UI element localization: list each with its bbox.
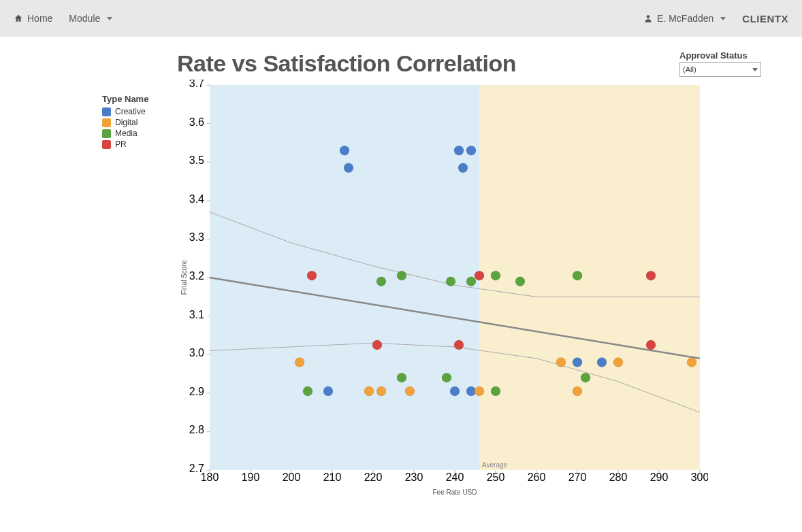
nav-module-label: Module	[69, 13, 100, 24]
legend-item[interactable]: Media	[102, 129, 163, 138]
topbar-right: E. McFadden CLIENTX	[643, 13, 788, 24]
topbar: Home Module E. McFadden CLIENTX	[0, 0, 802, 37]
legend-swatch	[102, 140, 111, 149]
topbar-left: Home Module	[14, 13, 112, 24]
chart: 2.72.82.93.03.13.23.33.43.53.63.71801902…	[177, 80, 761, 501]
chevron-down-icon	[752, 68, 758, 71]
data-point[interactable]	[458, 163, 468, 173]
x-tick-label: 260	[528, 471, 546, 483]
legend-item[interactable]: Digital	[102, 118, 163, 127]
x-tick-label: 180	[201, 471, 219, 483]
data-point[interactable]	[376, 277, 386, 286]
data-point[interactable]	[687, 358, 696, 367]
page-title: Rate vs Satisfaction Correlation	[177, 50, 516, 77]
data-point[interactable]	[491, 386, 500, 396]
filter-value: (All)	[683, 65, 696, 73]
data-point[interactable]	[475, 386, 484, 396]
data-point[interactable]	[397, 373, 406, 382]
legend-item-label: Digital	[115, 118, 138, 127]
data-point[interactable]	[475, 271, 484, 280]
legend-item-label: Creative	[115, 107, 146, 116]
data-point[interactable]	[573, 386, 582, 396]
data-point[interactable]	[454, 340, 464, 350]
filter-select[interactable]: (All)	[679, 62, 761, 77]
legend-item[interactable]: PR	[102, 139, 163, 149]
x-tick-label: 240	[446, 471, 464, 483]
user-name: E. McFadden	[657, 13, 713, 24]
y-tick-label: 2.9	[189, 386, 204, 397]
filter-approval-status: Approval Status (All)	[679, 50, 761, 77]
average-label: Average	[482, 461, 508, 469]
chevron-down-icon	[107, 17, 112, 20]
y-tick-label: 3.1	[189, 309, 204, 320]
data-point[interactable]	[405, 386, 415, 396]
x-tick-label: 250	[487, 471, 505, 483]
x-tick-label: 220	[364, 471, 383, 483]
brand-logo: CLIENTX	[742, 13, 788, 24]
nav-home-label: Home	[27, 13, 52, 24]
data-point[interactable]	[573, 271, 582, 280]
data-point[interactable]	[442, 373, 451, 382]
y-tick-label: 3.5	[189, 154, 204, 166]
user-icon	[643, 14, 653, 23]
y-tick-label: 3.6	[189, 116, 204, 128]
data-point[interactable]	[515, 277, 525, 286]
chevron-down-icon	[720, 17, 726, 20]
x-tick-label: 190	[242, 471, 260, 483]
nav-module[interactable]: Module	[69, 13, 112, 24]
data-point[interactable]	[364, 386, 374, 396]
x-tick-label: 300	[691, 471, 708, 483]
data-point[interactable]	[646, 271, 656, 280]
data-point[interactable]	[597, 358, 607, 367]
data-point[interactable]	[376, 386, 386, 396]
svg-point-0	[647, 15, 650, 18]
data-point[interactable]	[372, 340, 382, 350]
data-point[interactable]	[295, 358, 304, 367]
y-tick-label: 3.3	[189, 231, 204, 243]
legend-swatch	[102, 107, 111, 116]
header-row: Rate vs Satisfaction Correlation Approva…	[177, 50, 761, 77]
data-point[interactable]	[397, 271, 406, 280]
data-point[interactable]	[581, 373, 590, 382]
x-tick-label: 270	[568, 471, 587, 483]
chart-column: Rate vs Satisfaction Correlation Approva…	[177, 50, 761, 501]
data-point[interactable]	[323, 386, 333, 396]
legend-title: Type Name	[102, 94, 163, 104]
x-tick-label: 290	[650, 471, 669, 483]
data-point[interactable]	[344, 163, 353, 173]
nav-home[interactable]: Home	[14, 13, 52, 24]
data-point[interactable]	[466, 277, 476, 286]
legend-swatch	[102, 118, 111, 127]
y-tick-label: 2.8	[189, 424, 204, 435]
data-point[interactable]	[446, 277, 455, 286]
y-tick-label: 3.2	[189, 270, 204, 282]
scatter-chart: 2.72.82.93.03.13.23.33.43.53.63.71801902…	[177, 80, 708, 501]
data-point[interactable]	[454, 146, 464, 155]
x-tick-label: 230	[405, 471, 423, 483]
legend-swatch	[102, 129, 111, 138]
chart-bg-band	[210, 85, 479, 470]
legend-item[interactable]: Creative	[102, 107, 163, 116]
x-tick-label: 210	[323, 471, 342, 483]
y-tick-label: 3.4	[189, 193, 204, 205]
data-point[interactable]	[491, 271, 500, 280]
data-point[interactable]	[573, 358, 582, 367]
data-point[interactable]	[556, 358, 566, 367]
legend: Type Name CreativeDigitalMediaPR	[102, 50, 163, 501]
data-point[interactable]	[340, 146, 349, 155]
data-point[interactable]	[450, 386, 460, 396]
x-axis-label: Fee Rate USD	[432, 488, 477, 496]
data-point[interactable]	[466, 146, 476, 155]
main: Type Name CreativeDigitalMediaPR Rate vs…	[0, 37, 802, 515]
data-point[interactable]	[646, 340, 656, 350]
legend-item-label: Media	[115, 129, 138, 138]
legend-item-label: PR	[115, 139, 127, 149]
data-point[interactable]	[613, 358, 623, 367]
data-point[interactable]	[307, 271, 317, 280]
home-icon	[14, 14, 23, 23]
user-menu[interactable]: E. McFadden	[643, 13, 726, 24]
x-tick-label: 280	[609, 471, 628, 483]
y-tick-label: 3.7	[189, 80, 204, 89]
data-point[interactable]	[303, 386, 312, 396]
filter-label: Approval Status	[679, 50, 761, 61]
